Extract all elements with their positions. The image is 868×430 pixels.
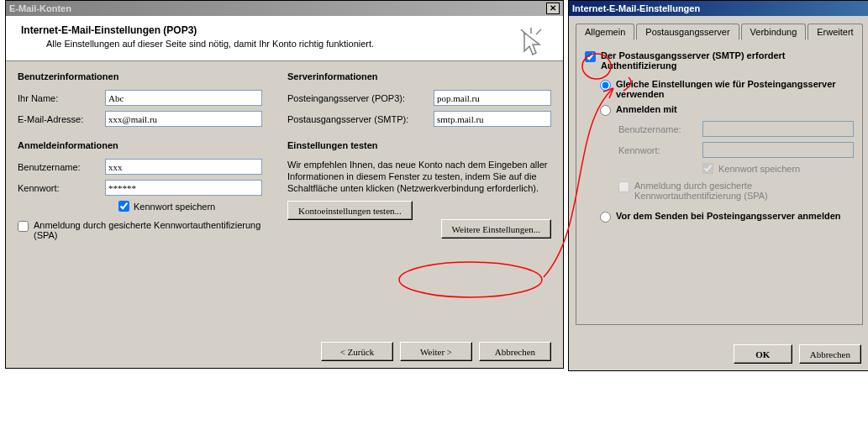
username-input[interactable] <box>105 159 262 175</box>
right-username-input <box>702 121 854 137</box>
window-title: Internet-E-Mail-Einstellungen <box>572 3 700 13</box>
username-label: Benutzername: <box>18 162 105 172</box>
password-input[interactable] <box>105 180 262 196</box>
save-password-label: Kennwort speichern <box>134 202 215 212</box>
right-password-label: Kennwort: <box>618 145 702 155</box>
right-save-password-label: Kennwort speichern <box>718 164 800 174</box>
page-subtitle: Alle Einstellungen auf dieser Seite sind… <box>46 39 548 49</box>
pop-label: Posteingangsserver (POP3): <box>287 93 434 103</box>
tab-general[interactable]: Allgemein <box>576 24 634 40</box>
right-save-password-checkbox <box>702 163 713 174</box>
next-button[interactable]: Weiter > <box>400 342 472 361</box>
smtp-input[interactable] <box>434 111 551 127</box>
svg-line-0 <box>521 29 526 34</box>
cancel-button[interactable]: Abbrechen <box>479 342 551 361</box>
name-label: Ihr Name: <box>18 93 105 103</box>
before-send-label: Vor dem Senden bei Posteingangsserver an… <box>616 211 841 221</box>
close-icon[interactable]: ✕ <box>546 3 560 14</box>
right-spa-label: Anmeldung durch gesicherte Kennwortauthe… <box>634 181 854 201</box>
password-label: Kennwort: <box>18 183 105 193</box>
titlebar[interactable]: Internet-E-Mail-Einstellungen <box>569 1 868 16</box>
right-spa-checkbox <box>618 181 629 192</box>
save-password-checkbox[interactable] <box>118 201 129 212</box>
section-test-settings: Einstellungen testen <box>287 140 551 150</box>
spa-checkbox[interactable] <box>18 221 29 232</box>
test-description: Wir empfehlen Ihnen, das neue Konto nach… <box>287 159 551 194</box>
email-input[interactable] <box>105 111 262 127</box>
smtp-label: Postausgangsserver (SMTP): <box>287 114 434 124</box>
more-settings-button[interactable]: Weitere Einstellungen... <box>441 219 551 239</box>
section-server-info: Serverinformationen <box>287 71 551 81</box>
pop-input[interactable] <box>434 90 551 106</box>
email-accounts-window: E-Mail-Konten ✕ Internet-E-Mail-Einstell… <box>5 0 564 369</box>
test-settings-button[interactable]: Kontoeinstellungen testen... <box>287 201 413 220</box>
titlebar[interactable]: E-Mail-Konten ✕ <box>6 1 563 16</box>
window-title: E-Mail-Konten <box>9 3 71 13</box>
login-with-label: Anmelden mit <box>616 104 677 114</box>
login-with-radio[interactable] <box>600 105 611 116</box>
back-button[interactable]: < Zurück <box>321 342 393 361</box>
tab-bar: Allgemein Postausgangsserver Verbindung … <box>576 23 863 39</box>
before-send-radio[interactable] <box>600 212 611 223</box>
page-title: Internet-E-Mail-Einstellungen (POP3) <box>21 24 548 36</box>
name-input[interactable] <box>105 90 262 106</box>
svg-line-2 <box>536 29 541 34</box>
email-label: E-Mail-Adresse: <box>18 114 105 124</box>
smtp-auth-label: Der Postausgangsserver (SMTP) erfordert … <box>601 50 854 71</box>
tab-connection[interactable]: Verbindung <box>741 24 807 40</box>
same-settings-radio[interactable] <box>600 80 611 91</box>
same-settings-label: Gleiche Einstellungen wie für Posteingan… <box>616 79 854 99</box>
cursor-icon <box>519 28 548 66</box>
right-password-input <box>702 142 854 158</box>
header-panel: Internet-E-Mail-Einstellungen (POP3) All… <box>6 16 563 61</box>
right-cancel-button[interactable]: Abbrechen <box>799 344 861 364</box>
section-login-info: Anmeldeinformationen <box>18 140 262 150</box>
tab-outgoing[interactable]: Postausgangsserver <box>636 24 739 40</box>
internet-email-settings-window: Internet-E-Mail-Einstellungen Allgemein … <box>568 0 868 371</box>
ok-button[interactable]: OK <box>734 344 792 364</box>
tab-advanced[interactable]: Erweitert <box>808 24 862 40</box>
right-username-label: Benutzername: <box>618 124 702 134</box>
smtp-auth-checkbox[interactable] <box>585 51 596 62</box>
spa-label: Anmeldung durch gesicherte Kennwortauthe… <box>34 220 262 240</box>
section-user-info: Benutzerinformationen <box>18 71 262 81</box>
tab-panel: Der Postausgangsserver (SMTP) erfordert … <box>576 39 863 325</box>
